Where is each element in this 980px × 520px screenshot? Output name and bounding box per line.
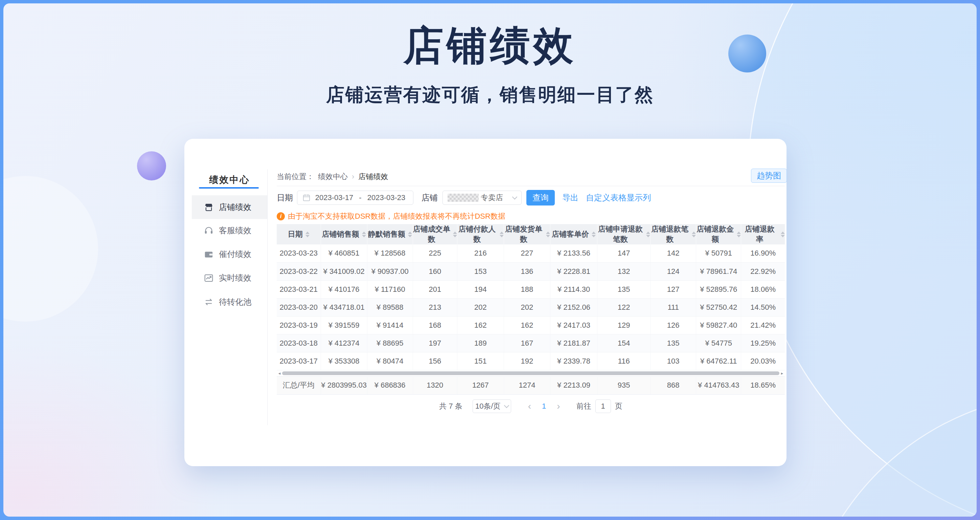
dashboard-card: 绩效中心 店铺绩效客服绩效催付绩效实时绩效待转化池 当前位置： 绩效中心 › 店… <box>185 139 786 466</box>
pagination: 共 7 条 10条/页 ‹ 1 › 前往 页 <box>277 399 785 413</box>
next-page-button[interactable]: › <box>557 402 560 411</box>
sidebar-item-1[interactable]: 店铺绩效 <box>192 195 267 219</box>
table-cell: ¥ 353308 <box>321 352 367 370</box>
page-size-select[interactable]: 10条/页 <box>473 399 511 413</box>
sidebar: 绩效中心 店铺绩效客服绩效催付绩效实时绩效待转化池 <box>192 139 267 342</box>
sidebar-item-4[interactable]: 实时绩效 <box>192 266 267 290</box>
column-header-8[interactable]: 店铺申请退款笔数 <box>597 224 651 244</box>
chevron-down-icon <box>504 402 509 408</box>
summary-cell: ¥ 2213.09 <box>550 376 597 394</box>
scroll-left-icon[interactable]: ◂ <box>277 370 282 376</box>
table-cell: 189 <box>457 334 504 352</box>
table-cell: 2023-03-22 <box>277 262 321 280</box>
summary-cell: 汇总/平均 <box>277 376 321 394</box>
summary-cell: 935 <box>597 376 651 394</box>
screenshot-frame: 店铺绩效 店铺运营有迹可循，销售明细一目了然 绩效中心 店铺绩效客服绩效催付绩效… <box>0 0 980 520</box>
pagination-total: 共 7 条 <box>439 401 462 412</box>
table-cell: 16.90% <box>741 244 785 262</box>
column-header-3[interactable]: 静默销售额 <box>367 224 413 244</box>
column-header-5[interactable]: 店铺付款人数 <box>457 224 504 244</box>
goto-page-input[interactable] <box>595 399 611 413</box>
table-cell: ¥ 2181.87 <box>550 334 597 352</box>
date-end-value: 2023-03-23 <box>364 193 408 202</box>
shop-select[interactable]: 专卖店 <box>442 191 522 205</box>
sort-carets-icon <box>737 231 741 237</box>
query-button[interactable]: 查询 <box>527 190 555 206</box>
table-cell: ¥ 78961.74 <box>696 262 741 280</box>
headset-icon <box>204 225 214 236</box>
page-subtitle: 店铺运营有迹可循，销售明细一目了然 <box>3 83 977 107</box>
table-cell: 2023-03-17 <box>277 352 321 370</box>
table-row: 2023-03-18¥ 412374¥ 88695197189167¥ 2181… <box>277 334 785 352</box>
column-header-6[interactable]: 店铺发货单数 <box>504 224 550 244</box>
table-cell: 151 <box>457 352 504 370</box>
date-range-separator: - <box>356 193 364 202</box>
table-cell: ¥ 2133.56 <box>550 244 597 262</box>
shop-name-suffix: 专卖店 <box>481 193 503 203</box>
table-cell: 136 <box>504 262 550 280</box>
wallet-icon <box>204 249 214 259</box>
table-cell: 162 <box>457 316 504 334</box>
column-header-1[interactable]: 日期 <box>277 224 321 244</box>
table-cell: 14.50% <box>741 298 785 316</box>
table-cell: 135 <box>651 334 696 352</box>
sidebar-header: 绩效中心 <box>192 174 267 186</box>
scrollbar-thumb[interactable] <box>282 372 780 375</box>
summary-cell: 1320 <box>413 376 457 394</box>
column-header-7[interactable]: 店铺客单价 <box>550 224 597 244</box>
goto-suffix: 页 <box>615 401 622 412</box>
table-cell: ¥ 2228.81 <box>550 262 597 280</box>
breadcrumb-prefix: 当前位置： <box>277 172 314 182</box>
shop-name-mosaic <box>447 194 479 202</box>
column-header-label: 日期 <box>288 229 303 239</box>
table-cell: 2023-03-23 <box>277 244 321 262</box>
summary-cell: ¥ 414763.43 <box>696 376 741 394</box>
table-cell: ¥ 410176 <box>321 280 367 298</box>
table-cell: 127 <box>651 280 696 298</box>
column-header-10[interactable]: 店铺退款金额 <box>696 224 741 244</box>
sidebar-header-underline <box>199 187 259 188</box>
sidebar-item-2[interactable]: 客服绩效 <box>192 219 267 242</box>
column-header-11[interactable]: 店铺退款率 <box>741 224 785 244</box>
column-header-9[interactable]: 店铺退款笔数 <box>651 224 696 244</box>
table-cell: ¥ 128568 <box>367 244 413 262</box>
sidebar-item-3[interactable]: 催付绩效 <box>192 242 267 266</box>
sort-carets-icon <box>305 231 310 237</box>
table-cell: ¥ 52895.76 <box>696 280 741 298</box>
table-cell: 122 <box>597 298 651 316</box>
column-header-label: 店铺退款笔数 <box>651 224 689 244</box>
table-cell: 2023-03-21 <box>277 280 321 298</box>
scroll-right-icon[interactable]: ▸ <box>780 370 785 376</box>
table-cell: 156 <box>413 352 457 370</box>
sidebar-item-5[interactable]: 待转化池 <box>192 290 267 314</box>
breadcrumb-item-performance-center[interactable]: 绩效中心 <box>318 172 348 182</box>
sort-carets-icon <box>592 231 596 237</box>
table-cell: ¥ 117160 <box>367 280 413 298</box>
table-cell: 116 <box>597 352 651 370</box>
header-divider <box>277 186 785 186</box>
column-header-label: 店铺客单价 <box>552 229 589 239</box>
table-cell: 202 <box>504 298 550 316</box>
table-cell: ¥ 52750.42 <box>696 298 741 316</box>
table-cell: 18.06% <box>741 280 785 298</box>
current-page-number[interactable]: 1 <box>542 402 546 411</box>
table-cell: ¥ 434718.01 <box>321 298 367 316</box>
table-cell: 111 <box>651 298 696 316</box>
table-cell: 225 <box>413 244 457 262</box>
date-range-input[interactable]: 2023-03-17 - 2023-03-23 <box>297 191 414 205</box>
table-cell: ¥ 341009.02 <box>321 262 367 280</box>
trend-chart-button[interactable]: 趋势图 <box>751 169 787 183</box>
dsr-notice: i 由于淘宝不支持获取DSR数据，店铺绩效报表将不再统计DSR数据 <box>277 211 505 222</box>
summary-row: 汇总/平均¥ 2803995.03¥ 686836132012671274¥ 2… <box>277 376 785 394</box>
customize-columns-link[interactable]: 自定义表格显示列 <box>586 192 651 203</box>
table-cell: 2023-03-19 <box>277 316 321 334</box>
table-cell: 227 <box>504 244 550 262</box>
table-cell: 129 <box>597 316 651 334</box>
table-cell: 154 <box>597 334 651 352</box>
export-link[interactable]: 导出 <box>562 192 579 203</box>
column-header-4[interactable]: 店铺成交单数 <box>413 224 457 244</box>
page-background: 店铺绩效 店铺运营有迹可循，销售明细一目了然 绩效中心 店铺绩效客服绩效催付绩效… <box>3 3 977 517</box>
column-header-label: 店铺退款率 <box>741 224 778 244</box>
column-header-2[interactable]: 店铺销售额 <box>321 224 367 244</box>
prev-page-button[interactable]: ‹ <box>528 402 531 411</box>
